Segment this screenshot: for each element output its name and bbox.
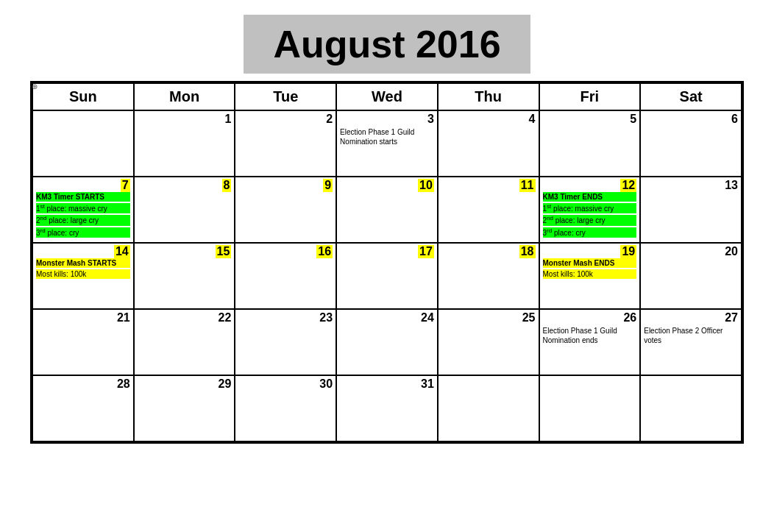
day-number: 16: [316, 245, 333, 258]
calendar-weekday-header: Sat: [640, 83, 742, 110]
day-number: 20: [644, 245, 738, 258]
calendar-day-cell: 2: [235, 110, 336, 177]
day-number: 18: [519, 245, 536, 258]
day-number: 21: [36, 311, 130, 324]
resize-handle[interactable]: ⊕: [32, 82, 40, 91]
calendar-weekday-header: Tue: [235, 83, 336, 110]
event-text: Monster Mash ENDS: [543, 258, 637, 268]
day-number: 8: [222, 179, 232, 192]
event-text: Election Phase 1 Guild Nomination starts: [340, 127, 434, 146]
calendar-weekday-header: Mon: [134, 83, 235, 110]
day-number: 29: [138, 377, 232, 391]
event-text: Most kills: 100k: [543, 269, 637, 279]
day-number: 12: [620, 179, 636, 192]
calendar-header-row: SunMonTueWedThuFriSat: [32, 83, 742, 110]
calendar-day-cell: [32, 110, 134, 177]
day-number: 26: [543, 311, 637, 324]
calendar-day-cell: [640, 375, 742, 441]
day-number: 22: [138, 311, 232, 324]
calendar-day-cell: 19Monster Mash ENDSMost kills: 100k: [539, 243, 641, 309]
calendar-day-cell: 28: [32, 375, 134, 441]
calendar-day-cell: 5: [539, 110, 641, 177]
day-number: 11: [519, 179, 536, 192]
calendar-week-row: 14Monster Mash STARTSMost kills: 100k151…: [32, 243, 742, 309]
calendar-day-cell: 31: [336, 375, 438, 441]
calendar-day-cell: 26Election Phase 1 Guild Nomination ends: [539, 309, 641, 375]
day-number: 24: [340, 311, 434, 324]
calendar-day-cell: 25: [438, 309, 539, 375]
calendar-day-cell: 7KM3 Timer STARTS1st place: massive cry2…: [32, 177, 134, 243]
event-text: 1st place: massive cry: [543, 203, 637, 213]
day-number: 31: [340, 377, 434, 391]
calendar-day-cell: 20: [640, 243, 742, 309]
calendar-day-cell: 6: [640, 110, 742, 177]
event-text: KM3 Timer ENDS: [543, 192, 637, 202]
calendar-day-cell: 27Election Phase 2 Officer votes: [640, 309, 742, 375]
calendar-weekday-header: Thu: [438, 83, 539, 110]
calendar-day-cell: 17: [336, 243, 438, 309]
calendar-week-row: 7KM3 Timer STARTS1st place: massive cry2…: [32, 177, 742, 243]
calendar-day-cell: 15: [134, 243, 235, 309]
calendar-day-cell: 9: [235, 177, 336, 243]
event-text: 3rd place: cry: [36, 227, 130, 238]
event-text: 1st place: massive cry: [36, 203, 130, 213]
calendar-day-cell: [539, 375, 641, 441]
calendar-day-cell: 12KM3 Timer ENDS1st place: massive cry2n…: [539, 177, 641, 243]
day-number: 4: [441, 113, 536, 126]
calendar-day-cell: 3Election Phase 1 Guild Nomination start…: [336, 110, 438, 177]
day-number: 14: [114, 245, 130, 258]
day-number: 15: [216, 245, 232, 258]
calendar-weekday-header: Fri: [539, 83, 641, 110]
calendar-day-cell: 10: [336, 177, 438, 243]
calendar-week-row: 212223242526Election Phase 1 Guild Nomin…: [32, 309, 742, 375]
event-text: 3rd place: cry: [543, 227, 637, 238]
day-number: 30: [238, 377, 333, 391]
calendar-weekday-header: Wed: [336, 83, 438, 110]
calendar-wrapper: ⊕ SunMonTueWedThuFriSat 123Election Phas…: [30, 81, 744, 444]
calendar-day-cell: 18: [438, 243, 539, 309]
event-text: KM3 Timer STARTS: [36, 192, 130, 202]
calendar-week-row: 28293031: [32, 375, 742, 441]
calendar-day-cell: 13: [640, 177, 742, 243]
calendar-title-container: August 2016: [244, 15, 530, 74]
calendar-day-cell: 24: [336, 309, 438, 375]
calendar-day-cell: 21: [32, 309, 134, 375]
calendar-day-cell: 22: [134, 309, 235, 375]
day-number: 2: [238, 113, 333, 126]
day-number: 1: [138, 113, 232, 126]
calendar-day-cell: 29: [134, 375, 235, 441]
calendar-weekday-header: Sun: [32, 83, 134, 110]
day-number: 19: [620, 245, 636, 258]
event-text: Election Phase 2 Officer votes: [644, 326, 738, 345]
day-number: 27: [644, 311, 738, 324]
event-text: Election Phase 1 Guild Nomination ends: [543, 326, 637, 345]
calendar-table: SunMonTueWedThuFriSat 123Election Phase …: [32, 82, 742, 442]
day-number: 13: [644, 179, 738, 192]
day-number: 23: [238, 311, 333, 324]
calendar-day-cell: 14Monster Mash STARTSMost kills: 100k: [32, 243, 134, 309]
calendar-day-cell: 16: [235, 243, 336, 309]
calendar-day-cell: [438, 375, 539, 441]
event-text: 2nd place: large cry: [36, 215, 130, 225]
day-number: 17: [418, 245, 434, 258]
calendar-day-cell: 30: [235, 375, 336, 441]
calendar-title: August 2016: [273, 22, 500, 66]
day-number: 9: [323, 179, 333, 192]
day-number: 5: [543, 113, 637, 126]
day-number: 3: [340, 113, 434, 126]
day-number: 7: [121, 179, 130, 192]
calendar-day-cell: 1: [134, 110, 235, 177]
calendar-day-cell: 4: [438, 110, 539, 177]
calendar-week-row: 123Election Phase 1 Guild Nomination sta…: [32, 110, 742, 177]
calendar-day-cell: 11: [438, 177, 539, 243]
day-number: 28: [36, 377, 130, 391]
event-text: 2nd place: large cry: [543, 215, 637, 225]
calendar-day-cell: 23: [235, 309, 336, 375]
calendar-day-cell: 8: [134, 177, 235, 243]
day-number: 25: [441, 311, 536, 324]
day-number: 10: [418, 179, 434, 192]
event-text: Monster Mash STARTS: [36, 258, 130, 268]
day-number: 6: [644, 113, 738, 126]
event-text: Most kills: 100k: [36, 269, 130, 279]
